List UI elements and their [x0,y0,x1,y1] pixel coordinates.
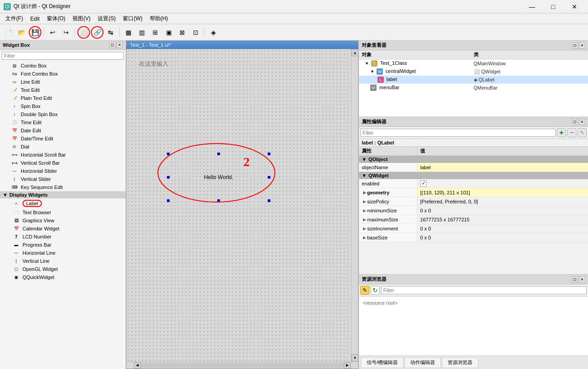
toolbar-open-btn[interactable]: 📂 [15,26,28,39]
prop-row-sizeincrement[interactable]: ▶ sizeIncrement 0 x 0 [359,224,588,233]
prop-value-objectname[interactable]: label [417,163,588,171]
menu-file[interactable]: 文件(F) [2,14,27,24]
resource-edit-btn[interactable]: ✎ [360,286,369,295]
prop-row-maximumsize[interactable]: ▶ maximumSize 16777215 x 16777215 [359,215,588,224]
canvas-content[interactable]: 在这里输入 Hel [126,49,351,361]
prop-row-geometry[interactable]: ▶ geometry [(110, 120), 211 x 101] [359,188,588,197]
canvas-scrollbar-h[interactable]: ◀ ▶ [126,361,358,369]
tab-resource-browser[interactable]: 资源浏览器 [442,357,478,368]
widget-item-hslider[interactable]: — Horizontal Slider [0,167,126,175]
prop-value-maximumsize[interactable]: 16777215 x 16777215 [417,215,588,224]
resource-browser-detach-btn[interactable]: ⊡ [572,276,578,283]
widget-box-detach-btn[interactable]: ⊡ [109,42,116,48]
widget-box-close-btn[interactable]: ✕ [117,42,123,48]
prop-value-basesize[interactable]: 0 x 0 [417,233,588,242]
widget-item-fontcombobox[interactable]: Aa Font Combo Box [0,70,126,78]
widget-item-doublespinbox[interactable]: ↕ Double Spin Box [0,110,126,118]
menu-edit[interactable]: Edit [27,14,43,24]
widget-item-textbrowser[interactable]: 📄 Text Browser [0,208,126,216]
minimize-button[interactable]: — [522,0,542,14]
property-add-btn[interactable]: + [557,128,566,137]
prop-value-enabled[interactable]: ✓ [417,179,588,188]
widget-item-label[interactable]: A Label [0,198,126,208]
toolbar-layout-v-btn[interactable]: ▥ [135,26,148,39]
menu-view[interactable]: 视图(V) [69,14,94,24]
object-inspector-close-btn[interactable]: ✕ [579,42,585,49]
widget-item-lineedit[interactable]: ▭ Line Edit [0,78,126,86]
enabled-checkbox[interactable]: ✓ [420,180,426,187]
toolbar-new-btn[interactable]: 📄 [2,26,14,39]
prop-value-geometry[interactable]: [(110, 120), 211 x 101] [417,188,588,197]
widget-item-hscrollbar[interactable]: ⟺ Horizontal Scroll Bar [0,151,126,159]
property-editor-detach-btn[interactable]: ⊡ [572,119,578,125]
maximize-button[interactable]: □ [543,0,563,14]
tree-row-test1class[interactable]: ▼ T Test_1Class QMainWindow [359,59,588,68]
prop-value-minimumsize[interactable]: 0 x 0 [417,206,588,215]
widget-item-qquickwidget[interactable]: ▣ QQuickWidget [0,273,126,281]
toolbar-layout-h-btn[interactable]: ▦ [122,26,135,39]
widget-item-vscrollbar[interactable]: ⟷ Vertical Scroll Bar [0,159,126,167]
prop-row-sizepolicy[interactable]: ▶ sizePolicy [Preferred, Preferred, 0, 0… [359,197,588,206]
widget-item-timeedit[interactable]: 🕐 Time Edit [0,118,126,126]
object-inspector-detach-btn[interactable]: ⊡ [572,42,578,49]
tree-row-label[interactable]: L label ◈ QLabel [359,76,588,84]
toolbar-tab-order-btn[interactable]: ↹ [104,26,117,39]
property-editor-close-btn[interactable]: ✕ [579,119,585,125]
widget-item-textedit[interactable]: 📝 Text Edit [0,86,126,94]
resource-root-item[interactable]: <resource root> [361,298,586,307]
toolbar-undo-btn[interactable]: ↩ [46,26,59,39]
widget-box-filter[interactable] [2,52,124,60]
prop-row-enabled[interactable]: enabled ✓ [359,179,588,188]
widget-item-plaintextedit[interactable]: 📝 Plain Text Edit [0,94,126,102]
menu-settings[interactable]: 设置(S) [94,14,119,24]
property-remove-btn[interactable]: − [567,128,576,137]
close-button[interactable]: ✕ [564,0,584,14]
widget-item-combobox[interactable]: ▤ Combo Box [0,62,126,70]
property-filter-input[interactable] [360,129,556,137]
toolbar-layout-grid-btn[interactable]: ⊞ [149,26,162,39]
widget-item-spinbox[interactable]: ↕ Spin Box [0,102,126,110]
tab-action-editor[interactable]: 动作编辑器 [404,357,441,368]
sizepolicy-expand-icon[interactable]: ▶ [362,199,367,204]
basesize-expand-icon[interactable]: ▶ [362,235,367,240]
toolbar-save-btn[interactable]: 💾 [29,26,41,39]
widget-item-dial[interactable]: ⊙ Dial [0,143,126,151]
widget-item-openglwidget[interactable]: ▢ OpenGL Widget [0,265,126,273]
scroll-left-btn[interactable]: ◀ [134,362,141,369]
prop-row-minimumsize[interactable]: ▶ minimumSize 0 x 0 [359,206,588,215]
geometry-expand-icon[interactable]: ▶ [362,190,367,195]
scroll-up-btn[interactable]: ▲ [351,49,358,56]
widget-item-graphicsview[interactable]: 🖼 Graphics View [0,216,126,225]
widget-item-keyseqedit[interactable]: ⌨ Key Sequence Edit [0,183,126,191]
prop-row-objectname[interactable]: objectName label [359,163,588,172]
widget-item-calendarwidget[interactable]: 📅 Calendar Widget [0,225,126,233]
tree-row-menubar[interactable]: M menuBar QMenuBar [359,84,588,92]
prop-row-basesize[interactable]: ▶ baseSize 0 x 0 [359,233,588,242]
toolbar-preview-btn[interactable]: ◈ [207,26,220,39]
scroll-right-btn[interactable]: ▶ [344,362,351,369]
category-display-widgets[interactable]: ▼ Display Widgets [0,191,126,198]
scroll-down-btn[interactable]: ▼ [351,354,358,361]
sizeincrement-expand-icon[interactable]: ▶ [362,226,367,231]
widget-item-hline[interactable]: — Horizontal Line [0,249,126,257]
resource-refresh-btn[interactable]: ↻ [371,286,380,295]
widget-item-dateedit[interactable]: 📅 Date Edit [0,126,126,135]
label-widget-container[interactable]: Hello World. [167,153,270,202]
toolbar-layout-form-btn[interactable]: ▣ [162,26,175,39]
toolbar-break-layout-btn[interactable]: ⊠ [176,26,189,39]
resource-filter-input[interactable] [381,286,587,294]
property-edit-btn[interactable]: ✎ [578,128,587,137]
widget-item-lcdnumber[interactable]: 7 LCD Number [0,233,126,241]
resource-browser-close-btn[interactable]: ✕ [579,276,585,283]
prop-value-sizeincrement[interactable]: 0 x 0 [417,224,588,233]
tab-signal-slot-editor[interactable]: 信号/槽编辑器 [361,357,404,368]
widget-item-progressbar[interactable]: ▬ Progress Bar [0,241,126,249]
toolbar-signal-slot-btn[interactable]: 🔗 [91,26,103,39]
tree-row-centralwidget[interactable]: ▼ W centralWidget ⬜ QWidget [359,68,588,76]
menu-help[interactable]: 帮助(H) [146,14,172,24]
canvas-scrollbar-v[interactable]: ▲ ▼ [351,49,358,361]
menu-window[interactable]: 窗口(W) [119,14,146,24]
toolbar-edit-widgets-btn[interactable]: ⬜ [77,26,90,39]
menu-form[interactable]: 窗体(O) [43,14,69,24]
widget-item-vslider[interactable]: | Vertical Slider [0,175,126,183]
